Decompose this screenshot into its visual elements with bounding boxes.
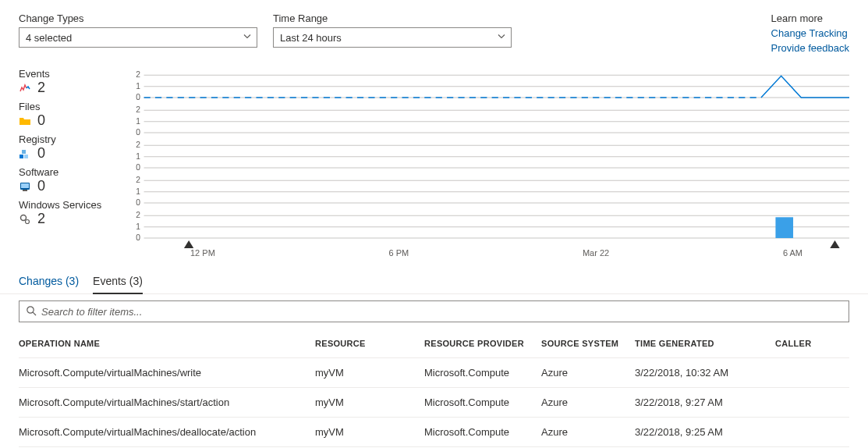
cell-source: Azure xyxy=(541,396,635,408)
metric-winsvc-value: 2 xyxy=(37,211,45,227)
learn-more-panel: Learn more Change Tracking Provide feedb… xyxy=(771,12,849,54)
metric-events-value: 2 xyxy=(37,80,45,96)
metric-files: Files 0 xyxy=(19,101,120,129)
col-time: TIME GENERATED xyxy=(635,339,775,348)
change-types-filter: Change Types 4 selected xyxy=(19,12,257,54)
metric-files-value: 0 xyxy=(37,112,45,129)
software-icon xyxy=(19,180,31,193)
svg-text:2: 2 xyxy=(136,105,140,114)
cell-resource: myVM xyxy=(315,396,424,408)
svg-text:2: 2 xyxy=(136,211,140,219)
svg-text:0: 0 xyxy=(136,93,140,101)
time-range-filter: Time Range Last 24 hours xyxy=(273,12,512,54)
svg-marker-39 xyxy=(184,240,193,248)
metric-registry: Registry 0 xyxy=(19,133,120,162)
time-range-label: Time Range xyxy=(273,12,512,24)
metric-events-label: Events xyxy=(19,68,120,80)
change-types-label: Change Types xyxy=(19,12,257,24)
change-types-value: 4 selected xyxy=(26,32,72,44)
svg-rect-2 xyxy=(22,150,26,154)
table-row[interactable]: Microsoft.Compute/virtualMachines/write … xyxy=(19,358,849,388)
svg-text:1: 1 xyxy=(136,117,140,126)
cell-operation: Microsoft.Compute/virtualMachines/start/… xyxy=(19,396,315,408)
cell-operation: Microsoft.Compute/virtualMachines/write xyxy=(19,367,315,379)
cell-resource: myVM xyxy=(315,426,424,438)
chevron-down-icon xyxy=(243,32,252,44)
metric-registry-value: 0 xyxy=(37,145,45,162)
chart-software: 2 1 0 xyxy=(128,173,849,208)
svg-text:1: 1 xyxy=(136,152,140,161)
table-row[interactable]: Microsoft.Compute/virtualMachines/start/… xyxy=(19,388,849,418)
cell-provider: Microsoft.Compute xyxy=(424,426,541,438)
svg-point-7 xyxy=(26,219,30,223)
tab-changes[interactable]: Changes (3) xyxy=(19,270,79,293)
time-axis: 12 PM 6 PM Mar 22 6 AM xyxy=(128,244,849,267)
svg-rect-38 xyxy=(775,217,793,238)
time-range-dropdown[interactable]: Last 24 hours xyxy=(273,27,512,48)
learn-more-heading: Learn more xyxy=(771,12,849,24)
svg-rect-0 xyxy=(19,155,23,158)
col-provider: RESOURCE PROVIDER xyxy=(424,339,541,348)
gear-icon xyxy=(19,213,31,226)
metric-events: Events 2 xyxy=(19,68,120,96)
registry-icon xyxy=(19,148,31,160)
svg-text:1: 1 xyxy=(136,222,140,231)
col-caller: CALLER xyxy=(775,339,838,348)
time-range-value: Last 24 hours xyxy=(280,32,342,44)
svg-text:0: 0 xyxy=(136,198,140,207)
col-operation: OPERATION NAME xyxy=(19,339,315,348)
col-source: SOURCE SYSTEM xyxy=(541,339,635,348)
table-row[interactable]: Microsoft.Compute/virtualMachines/deallo… xyxy=(19,418,849,447)
svg-point-6 xyxy=(21,215,27,220)
chart-files: 2 1 0 xyxy=(128,103,849,138)
change-tracking-link[interactable]: Change Tracking xyxy=(771,27,849,39)
metric-windows-services: Windows Services 2 xyxy=(19,199,120,227)
cell-source: Azure xyxy=(541,426,635,438)
chart-area: Events 2 Files 0 Registry xyxy=(0,60,868,267)
chevron-down-icon xyxy=(497,32,506,44)
folder-icon xyxy=(19,115,31,127)
cell-source: Azure xyxy=(541,367,635,379)
cell-provider: Microsoft.Compute xyxy=(424,396,541,408)
metric-software: Software 0 xyxy=(19,166,120,194)
svg-point-41 xyxy=(27,306,34,312)
mini-charts: 2 1 0 2 1 0 2 xyxy=(128,68,849,267)
search-row xyxy=(0,294,868,329)
svg-text:2: 2 xyxy=(136,140,140,149)
cell-resource: myVM xyxy=(315,367,424,379)
table-header: OPERATION NAME RESOURCE RESOURCE PROVIDE… xyxy=(19,329,849,358)
svg-rect-5 xyxy=(23,190,27,191)
metric-software-value: 0 xyxy=(37,178,45,194)
filter-bar: Change Types 4 selected Time Range Last … xyxy=(0,0,868,60)
svg-rect-4 xyxy=(21,183,29,188)
svg-text:0: 0 xyxy=(136,128,140,137)
cell-time: 3/22/2018, 9:25 AM xyxy=(635,426,775,438)
search-box[interactable] xyxy=(19,300,849,322)
metrics-sidebar: Events 2 Files 0 Registry xyxy=(19,68,120,267)
chart-registry: 2 1 0 xyxy=(128,138,849,173)
chart-events: 2 1 0 xyxy=(128,68,849,103)
events-icon xyxy=(19,82,31,94)
provide-feedback-link[interactable]: Provide feedback xyxy=(771,42,849,54)
svg-text:2: 2 xyxy=(136,70,140,79)
tabs: Changes (3) Events (3) xyxy=(0,267,868,294)
cell-operation: Microsoft.Compute/virtualMachines/deallo… xyxy=(19,426,315,438)
svg-rect-1 xyxy=(24,155,28,158)
cell-time: 3/22/2018, 9:27 AM xyxy=(635,396,775,408)
svg-text:2: 2 xyxy=(136,176,140,184)
metric-winsvc-label: Windows Services xyxy=(19,199,120,211)
change-types-dropdown[interactable]: 4 selected xyxy=(19,27,257,48)
tab-events[interactable]: Events (3) xyxy=(93,270,143,293)
svg-marker-40 xyxy=(830,240,839,248)
svg-line-42 xyxy=(33,312,36,315)
cell-time: 3/22/2018, 10:32 AM xyxy=(635,367,775,379)
metric-registry-label: Registry xyxy=(19,133,120,145)
search-icon xyxy=(26,305,37,318)
metric-software-label: Software xyxy=(19,166,120,178)
events-table: OPERATION NAME RESOURCE RESOURCE PROVIDE… xyxy=(0,329,868,447)
svg-text:1: 1 xyxy=(136,187,140,196)
cell-provider: Microsoft.Compute xyxy=(424,367,541,379)
col-resource: RESOURCE xyxy=(315,339,424,348)
svg-text:1: 1 xyxy=(136,82,140,91)
search-input[interactable] xyxy=(41,306,842,318)
